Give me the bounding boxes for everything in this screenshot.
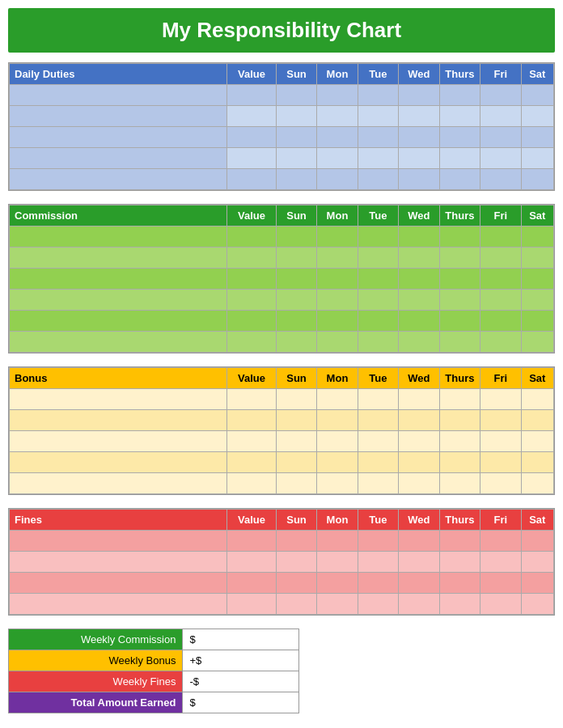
daily-sat-header: Sat — [521, 64, 553, 85]
commission-header: Commission — [10, 205, 227, 226]
bonus-sat-header: Sat — [521, 368, 553, 389]
bonus-section: Bonus Value Sun Mon Tue Wed Thurs Fri Sa… — [8, 366, 555, 495]
commission-value-header: Value — [227, 205, 277, 226]
page-title: My Responsibility Chart — [8, 8, 555, 53]
weekly-commission-value[interactable]: $ — [183, 629, 299, 650]
bonus-wed-header: Wed — [399, 368, 439, 389]
table-row — [10, 431, 554, 452]
daily-fri-header: Fri — [480, 64, 521, 85]
fines-wed-header: Wed — [399, 510, 439, 531]
bonus-fri-header: Fri — [480, 368, 521, 389]
table-row — [10, 311, 554, 332]
table-row — [10, 410, 554, 431]
table-row — [10, 389, 554, 410]
table-row — [10, 148, 554, 169]
fines-mon-header: Mon — [317, 510, 358, 531]
daily-wed-header: Wed — [399, 64, 439, 85]
bonus-value-header: Value — [227, 368, 277, 389]
fines-header: Fines — [10, 510, 227, 531]
table-row — [10, 106, 554, 127]
fines-thurs-header: Thurs — [439, 510, 480, 531]
weekly-bonus-value[interactable]: +$ — [183, 650, 299, 671]
table-row — [10, 290, 554, 311]
table-row — [10, 85, 554, 106]
commission-tue-header: Tue — [358, 205, 398, 226]
weekly-bonus-row: Weekly Bonus +$ — [9, 650, 299, 671]
weekly-fines-label: Weekly Fines — [9, 671, 183, 692]
fines-fri-header: Fri — [480, 510, 521, 531]
fines-tue-header: Tue — [358, 510, 398, 531]
weekly-commission-row: Weekly Commission $ — [9, 629, 299, 650]
commission-wed-header: Wed — [399, 205, 439, 226]
commission-sun-header: Sun — [276, 205, 316, 226]
table-row — [10, 269, 554, 290]
table-row — [10, 226, 554, 248]
bonus-thurs-header: Thurs — [439, 368, 480, 389]
table-row — [10, 248, 554, 269]
table-row — [10, 332, 554, 353]
weekly-bonus-label: Weekly Bonus — [9, 650, 183, 671]
total-amount-row: Total Amount Earned $ — [9, 692, 299, 713]
table-row — [10, 473, 554, 494]
summary-section: Weekly Commission $ Weekly Bonus +$ Week… — [8, 629, 299, 713]
commission-mon-header: Mon — [317, 205, 358, 226]
weekly-fines-row: Weekly Fines -$ — [9, 671, 299, 692]
daily-duties-section: Daily Duties Value Sun Mon Tue Wed Thurs… — [8, 62, 555, 191]
bonus-tue-header: Tue — [358, 368, 398, 389]
bonus-sun-header: Sun — [276, 368, 316, 389]
commission-thurs-header: Thurs — [439, 205, 480, 226]
daily-duties-header: Daily Duties — [10, 64, 227, 85]
table-row — [10, 594, 554, 615]
daily-value-header: Value — [227, 64, 277, 85]
weekly-fines-value[interactable]: -$ — [183, 671, 299, 692]
table-row — [10, 531, 554, 552]
fines-sun-header: Sun — [276, 510, 316, 531]
commission-section: Commission Value Sun Mon Tue Wed Thurs F… — [8, 204, 555, 353]
bonus-mon-header: Mon — [317, 368, 358, 389]
commission-fri-header: Fri — [480, 205, 521, 226]
table-row — [10, 452, 554, 473]
table-row — [10, 169, 554, 190]
daily-thurs-header: Thurs — [439, 64, 480, 85]
weekly-commission-label: Weekly Commission — [9, 629, 183, 650]
daily-tue-header: Tue — [358, 64, 398, 85]
table-row — [10, 127, 554, 148]
total-amount-value[interactable]: $ — [183, 692, 299, 713]
commission-sat-header: Sat — [521, 205, 553, 226]
fines-value-header: Value — [227, 510, 277, 531]
daily-sun-header: Sun — [276, 64, 316, 85]
fines-section: Fines Value Sun Mon Tue Wed Thurs Fri Sa… — [8, 508, 555, 616]
total-amount-label: Total Amount Earned — [9, 692, 183, 713]
table-row — [10, 573, 554, 594]
fines-sat-header: Sat — [521, 510, 553, 531]
daily-mon-header: Mon — [317, 64, 358, 85]
bonus-header: Bonus — [10, 368, 227, 389]
table-row — [10, 552, 554, 573]
